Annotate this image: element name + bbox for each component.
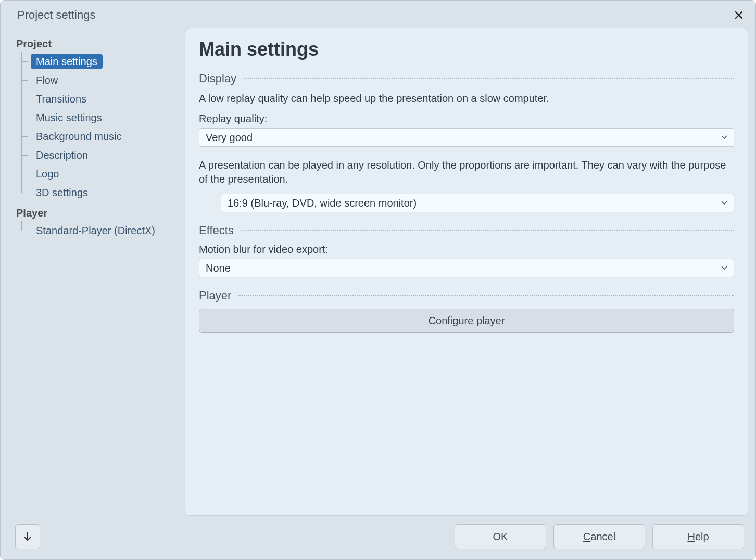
section-effects: Effects: [199, 224, 734, 237]
ok-button[interactable]: OK: [455, 524, 546, 549]
section-display: Display: [199, 72, 734, 85]
dialog-footer: OK Cancel Help: [1, 521, 755, 559]
sidebar-item-standard-player[interactable]: Standard-Player (DirectX): [16, 221, 179, 240]
chevron-down-icon: [721, 266, 727, 270]
section-divider: [238, 295, 734, 296]
window-title: Project settings: [17, 8, 95, 22]
page-heading: Main settings: [199, 39, 734, 60]
motion-blur-value: None: [206, 262, 231, 274]
chevron-down-icon: [721, 135, 727, 139]
import-export-button[interactable]: [15, 524, 40, 549]
section-effects-label: Effects: [199, 224, 234, 237]
content-panel: Main settings Display A low replay quali…: [185, 28, 748, 516]
section-display-label: Display: [199, 72, 236, 85]
sidebar: Project Main settings Flow Transitions M…: [16, 28, 179, 521]
section-divider: [244, 78, 734, 79]
display-hint-1: A low replay quality can help speed up t…: [199, 92, 734, 106]
section-divider: [241, 230, 734, 231]
replay-quality-select[interactable]: Very good: [199, 128, 734, 147]
titlebar: Project settings: [1, 1, 755, 28]
replay-quality-label: Replay quality:: [199, 113, 734, 125]
sidebar-item-main-settings[interactable]: Main settings: [16, 52, 179, 71]
sidebar-item-3d-settings[interactable]: 3D settings: [16, 183, 179, 202]
sidebar-item-transitions[interactable]: Transitions: [16, 90, 179, 108]
configure-player-button[interactable]: Configure player: [199, 309, 734, 333]
sidebar-tree-project: Main settings Flow Transitions Music set…: [16, 52, 179, 202]
project-settings-window: Project settings Project Main settings F…: [0, 0, 756, 560]
motion-blur-label: Motion blur for video export:: [199, 244, 734, 256]
cancel-button[interactable]: Cancel: [553, 524, 645, 549]
sidebar-item-logo[interactable]: Logo: [16, 164, 179, 183]
sidebar-item-music-settings[interactable]: Music settings: [16, 108, 179, 127]
configure-player-label: Configure player: [429, 315, 505, 327]
help-button[interactable]: Help: [652, 524, 744, 549]
motion-blur-select[interactable]: None: [199, 259, 734, 277]
replay-quality-value: Very good: [206, 132, 253, 144]
close-icon: [734, 10, 744, 20]
section-player-label: Player: [199, 289, 231, 302]
sidebar-group-project: Project: [16, 38, 179, 50]
close-button[interactable]: [732, 8, 746, 22]
section-player: Player: [199, 289, 734, 302]
sidebar-group-player: Player: [16, 207, 179, 219]
sidebar-item-flow[interactable]: Flow: [16, 71, 179, 90]
aspect-ratio-select[interactable]: 16:9 (Blu-ray, DVD, wide screen monitor): [221, 194, 734, 212]
arrow-down-icon: [22, 531, 33, 542]
dialog-body: Project Main settings Flow Transitions M…: [1, 28, 755, 521]
display-hint-2: A presentation can be played in any reso…: [199, 158, 734, 186]
chevron-down-icon: [721, 201, 727, 205]
sidebar-item-background-music[interactable]: Background music: [16, 127, 179, 146]
sidebar-item-description[interactable]: Description: [16, 146, 179, 164]
aspect-ratio-value: 16:9 (Blu-ray, DVD, wide screen monitor): [228, 197, 417, 209]
sidebar-tree-player: Standard-Player (DirectX): [16, 221, 179, 240]
